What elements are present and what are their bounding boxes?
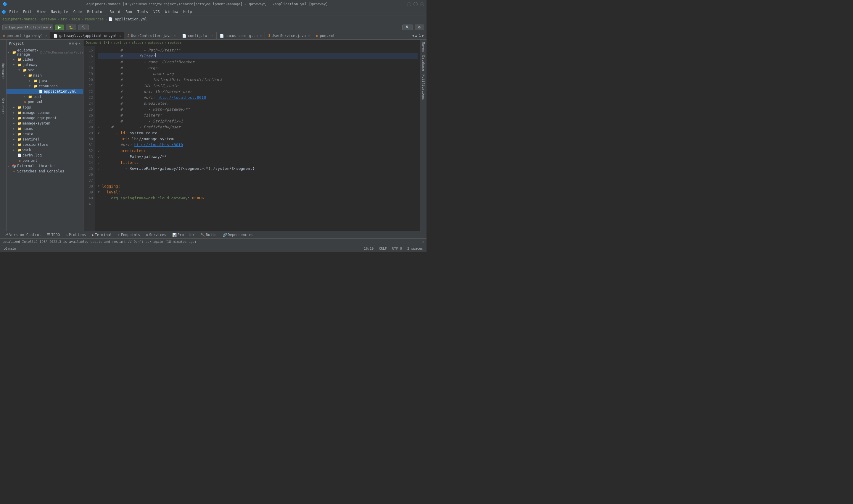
tree-item-pom-gateway[interactable]: m pom.xml bbox=[6, 100, 83, 105]
indent-button[interactable]: 2 spaces bbox=[406, 246, 424, 251]
tree-item-sentinel[interactable]: ▶ 📁 sentinel bbox=[6, 137, 83, 142]
tree-item-resources[interactable]: ▼ 📁 resources bbox=[6, 84, 83, 89]
link-23[interactable]: http://localhost:8010 bbox=[157, 95, 206, 101]
todo-button[interactable]: ☰ TODO bbox=[45, 233, 62, 237]
fold-icon[interactable] bbox=[98, 195, 102, 201]
path-gateway[interactable]: gateway bbox=[41, 17, 56, 21]
notifications-panel-button[interactable]: Notifications bbox=[421, 73, 426, 101]
path-main[interactable]: main bbox=[72, 17, 80, 21]
link-31[interactable]: http://localhost:8010 bbox=[134, 142, 183, 148]
run-button[interactable]: ▶ bbox=[55, 24, 64, 30]
tree-item-manage-equipment[interactable]: ▶ 📁 manage-equipment bbox=[6, 115, 83, 121]
path-equipment-manage[interactable]: equipment-manage bbox=[2, 17, 37, 21]
fold-icon[interactable] bbox=[98, 77, 102, 83]
bc-spring[interactable]: spring: bbox=[114, 41, 127, 45]
tree-item-gateway[interactable]: ▼ 📁 gateway bbox=[6, 62, 83, 68]
menu-item-code[interactable]: Code bbox=[71, 9, 84, 15]
tab-close-application-yml[interactable]: ✕ bbox=[119, 34, 121, 38]
close-button[interactable]: ✕ bbox=[420, 2, 424, 6]
tab-user-service[interactable]: J UserService.java ✕ bbox=[265, 32, 313, 39]
menu-item-file[interactable]: File bbox=[7, 9, 20, 15]
code-editor[interactable]: # - Path=//test/** # filter: # - name: C… bbox=[95, 46, 420, 231]
tab-close-pom-gateway[interactable]: ✕ bbox=[45, 34, 47, 37]
notification-close[interactable]: ✕ bbox=[422, 240, 424, 244]
fold-icon[interactable] bbox=[98, 101, 102, 107]
fold-icon[interactable] bbox=[98, 83, 102, 89]
path-resources[interactable]: resources bbox=[85, 17, 104, 21]
menu-item-build[interactable]: Build bbox=[107, 9, 123, 15]
tab-config-txt[interactable]: 📄 config.txt ✕ bbox=[179, 32, 217, 39]
fold-icon[interactable] bbox=[98, 95, 102, 101]
run-config-dropdown[interactable]: ☕ EquipmentApplication ▼ bbox=[2, 24, 53, 30]
tab-close-user-service[interactable]: ✕ bbox=[308, 34, 310, 37]
sidebar-close-icon[interactable]: ✕ bbox=[79, 41, 81, 46]
fold-icon[interactable] bbox=[98, 112, 102, 118]
tab-close-nacos-config[interactable]: ✕ bbox=[260, 34, 262, 37]
tree-item-manage-common[interactable]: ▶ 📁 manage-common bbox=[6, 110, 83, 115]
tab-scroll-right[interactable]: ▶ bbox=[422, 34, 424, 38]
bc-document[interactable]: Document 1/1 bbox=[86, 41, 109, 45]
menu-item-edit[interactable]: Edit bbox=[21, 9, 34, 15]
sidebar-expand-icon[interactable]: ⊞ bbox=[69, 41, 71, 46]
tree-item-external-libraries[interactable]: ▶ 📚 External Libraries bbox=[6, 163, 83, 168]
structure-panel-button[interactable]: Structure bbox=[1, 98, 5, 114]
tab-nacos-config[interactable]: 📄 nacos-config.sh ✕ bbox=[217, 32, 265, 39]
tab-close-config-txt[interactable]: ✕ bbox=[212, 34, 213, 37]
menu-item-window[interactable]: Window bbox=[163, 9, 180, 15]
bc-gateway[interactable]: gateway: bbox=[148, 41, 163, 45]
path-src[interactable]: src bbox=[61, 17, 67, 21]
tree-item-derby-log[interactable]: 📄 derby.log bbox=[6, 152, 83, 158]
fold-icon[interactable] bbox=[98, 118, 102, 124]
line-ending-button[interactable]: CRLF bbox=[378, 246, 388, 251]
tab-pom-xml[interactable]: m pom.xml bbox=[313, 32, 338, 39]
search-button[interactable]: 🔍 bbox=[402, 24, 413, 30]
tree-item-pom-root[interactable]: m pom.xml bbox=[6, 158, 83, 163]
fold-icon[interactable]: ▽ bbox=[98, 183, 102, 189]
tab-close-user-controller[interactable]: ✕ bbox=[174, 34, 176, 37]
debug-button[interactable]: 🐛 bbox=[66, 24, 76, 30]
problems-button[interactable]: ⚠ Problems bbox=[64, 233, 88, 237]
database-panel-button[interactable]: Database bbox=[421, 54, 426, 72]
fold-icon[interactable]: ▽ bbox=[98, 130, 102, 136]
menu-item-run[interactable]: Run bbox=[123, 9, 134, 15]
fold-icon[interactable] bbox=[98, 172, 102, 178]
menu-item-view[interactable]: View bbox=[35, 9, 48, 15]
tree-item-session-store[interactable]: ▶ 📁 sessionStore bbox=[6, 142, 83, 147]
profiler-button[interactable]: 📊 Profiler bbox=[171, 233, 196, 237]
tree-item-equipment-manage[interactable]: ▼ 📁 equipment-manage D:\YhcResource\myPr… bbox=[6, 48, 83, 57]
maven-panel-button[interactable]: Maven bbox=[421, 41, 426, 53]
tree-item-logs[interactable]: ▶ 📁 logs bbox=[6, 105, 83, 110]
tree-item-scratches[interactable]: ✏️ Scratches and Consoles bbox=[6, 168, 83, 174]
sidebar-settings-icon[interactable]: ⚙ bbox=[75, 41, 77, 46]
charset-button[interactable]: UTF-8 bbox=[391, 246, 403, 251]
tree-item-work[interactable]: ▶ 📁 work bbox=[6, 147, 83, 152]
endpoints-button[interactable]: ⚡ Endpoints bbox=[116, 233, 142, 237]
minimize-button[interactable]: ─ bbox=[407, 2, 411, 6]
bc-cloud[interactable]: cloud: bbox=[132, 41, 143, 45]
fold-icon[interactable] bbox=[98, 178, 102, 183]
fold-icon[interactable]: ▽ bbox=[98, 166, 102, 172]
sidebar-collapse-icon[interactable]: ⊟ bbox=[72, 41, 74, 46]
fold-icon[interactable] bbox=[98, 107, 102, 112]
settings-button[interactable]: ⚙ bbox=[415, 24, 424, 30]
fold-icon[interactable]: ▽ bbox=[98, 189, 102, 195]
git-branch-button[interactable]: ⎇ main bbox=[2, 246, 17, 251]
bc-routes[interactable]: routes: bbox=[168, 41, 181, 45]
tree-item-main[interactable]: ▼ 📁 main bbox=[6, 73, 83, 78]
tree-item-seata[interactable]: ▶ 📁 seata bbox=[6, 131, 83, 137]
fold-icon[interactable] bbox=[98, 201, 102, 207]
tree-item-manage-system[interactable]: ▶ 📁 manage-system bbox=[6, 121, 83, 126]
bookmarks-panel-button[interactable]: Bookmarks bbox=[1, 63, 5, 79]
menu-item-help[interactable]: Help bbox=[181, 9, 194, 15]
menu-item-refactor[interactable]: Refactor bbox=[85, 9, 107, 15]
version-control-button[interactable]: ⎇ Version Control bbox=[2, 233, 43, 237]
services-button[interactable]: ⚙ Services bbox=[144, 233, 168, 237]
tab-application-yml[interactable]: 📄 gateway\...\application.yml ✕ bbox=[50, 32, 124, 39]
fold-icon[interactable] bbox=[98, 136, 102, 142]
menu-item-navigate[interactable]: Navigate bbox=[49, 9, 70, 15]
fold-icon[interactable]: ▽ bbox=[98, 160, 102, 166]
fold-icon[interactable] bbox=[98, 89, 102, 95]
tree-item-application-yml[interactable]: 📄 application.yml bbox=[6, 89, 83, 94]
tree-item-idea[interactable]: ▶ 📁 .idea bbox=[6, 57, 83, 62]
menu-item-vcs[interactable]: VCS bbox=[151, 9, 162, 15]
